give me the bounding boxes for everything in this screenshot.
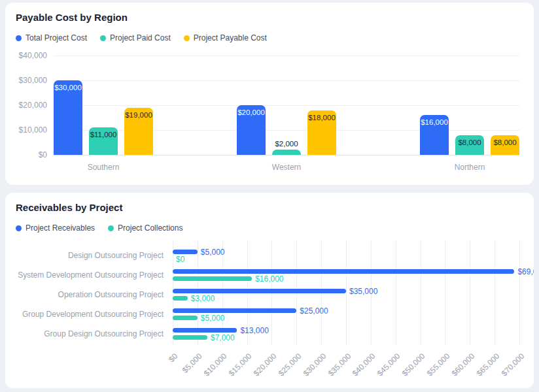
legend-dot-icon	[100, 35, 106, 41]
x-axis-label: $40,000	[351, 351, 377, 378]
chart-title-payable-cost: Payable Cost by Region	[16, 12, 523, 23]
gridline	[495, 240, 495, 345]
category-label-group-design-outsourcing-project: Group Design Outsourcing Project	[16, 324, 164, 344]
payable-cost-card: Payable Cost by Region Total Project Cos…	[5, 3, 534, 185]
bar-value-label: $16,000	[421, 118, 448, 126]
bar-project-collections-group-development-outsourcing-project[interactable]	[173, 316, 198, 320]
bar-project-receivables-system-development-outsourcing-project[interactable]	[173, 269, 514, 274]
bar-slot: $2,000	[272, 150, 301, 155]
bar-value-label: $8,000	[493, 139, 516, 146]
plot-area: $30,000$11,000$19,000Southern$20,000$2,0…	[54, 56, 519, 174]
category-label-design-outsourcing-project: Design Outsourcing Project	[16, 246, 164, 265]
legend-label: Project Receivables	[26, 223, 95, 233]
y-axis-label: $10,000	[16, 125, 47, 135]
bar-group-western: $20,000$2,000$18,000Western	[237, 56, 336, 174]
bar-slot: $18,000	[307, 110, 336, 155]
legend-item-project-payable-cost[interactable]: Project Payable Cost	[184, 33, 267, 42]
legend-dot-icon	[108, 225, 114, 231]
bar-value-label: $35,000	[349, 287, 377, 296]
chart-title-receivables: Receivables by Project	[16, 202, 523, 213]
legend-dot-icon	[16, 225, 22, 231]
bar-value-label: $2,000	[275, 140, 298, 148]
bar-value-label: $0	[176, 255, 184, 264]
x-axis-label: $30,000	[301, 351, 328, 378]
bar-value-label: $20,000	[237, 108, 265, 116]
bar-row: $30,000$11,000$19,000	[54, 56, 153, 155]
bar-slot: $19,000	[124, 108, 153, 155]
gridline	[396, 240, 396, 345]
bar-value-label: $25,000	[300, 306, 328, 316]
x-axis-label: $10,000	[202, 351, 229, 378]
x-axis-label: $15,000	[227, 351, 254, 378]
x-axis-label: $65,000	[474, 351, 501, 378]
x-axis-label: $0	[167, 351, 179, 364]
bar-value-label: $5,000	[201, 314, 225, 323]
category-label-operation-outsourcing-project: Operation Outsourcing Project	[16, 285, 164, 304]
legend-item-project-collections[interactable]: Project Collections	[108, 223, 183, 233]
category-label-northern: Northern	[420, 163, 519, 172]
x-axis-label: $60,000	[450, 351, 477, 378]
legend-label: Project Payable Cost	[194, 33, 267, 42]
category-label-system-development-outsourcing-project: System Development Outsourcing Project	[16, 265, 164, 285]
gridline	[346, 240, 347, 345]
bar-value-label: $13,000	[240, 326, 268, 335]
bar-project-collections-system-development-outsourcing-project[interactable]	[173, 276, 252, 281]
legend-receivables: Project ReceivablesProject Collections	[16, 223, 523, 233]
bar-value-label: $19,000	[125, 111, 152, 119]
bar-project-receivables-group-design-outsourcing-project[interactable]	[173, 328, 237, 333]
y-axis-label: $40,000	[16, 51, 47, 60]
bar-value-label: $69,000	[517, 267, 534, 276]
category-label-western: Western	[237, 163, 336, 172]
gridline	[421, 240, 421, 345]
bar-group-southern: $30,000$11,000$19,000Southern	[54, 56, 153, 174]
payable-cost-bar-chart: $0$10,000$20,000$30,000$40,000$30,000$11…	[16, 46, 523, 176]
bar-total-project-cost-southern[interactable]	[54, 80, 82, 155]
bar-value-label: $11,000	[90, 131, 117, 139]
bar-group-northern: $16,000$8,000$8,000Northern	[420, 56, 519, 174]
bar-slot: $8,000	[455, 135, 484, 155]
y-axis-label: $30,000	[16, 76, 47, 85]
receivables-card: Receivables by Project Project Receivabl…	[5, 193, 534, 388]
bar-slot: $8,000	[491, 135, 519, 155]
bar-project-collections-operation-outsourcing-project[interactable]	[173, 296, 188, 301]
bar-slot: $11,000	[89, 127, 118, 155]
gridline	[470, 240, 470, 345]
x-axis-label: $25,000	[277, 351, 304, 378]
bar-slot: $20,000	[237, 105, 266, 155]
bar-project-collections-group-design-outsourcing-project[interactable]	[173, 335, 207, 340]
bar-value-label: $5,000	[201, 248, 225, 257]
legend-item-project-receivables[interactable]: Project Receivables	[16, 223, 95, 233]
x-axis-label: $20,000	[252, 351, 279, 378]
y-axis-label: $0	[16, 150, 47, 159]
bar-slot: $30,000	[54, 80, 82, 155]
legend-dot-icon	[16, 35, 22, 41]
legend-label: Project Collections	[118, 223, 183, 233]
legend-payable-cost: Total Project CostProject Paid CostProje…	[16, 33, 523, 42]
bar-value-label: $8,000	[458, 139, 481, 146]
gridline	[445, 240, 445, 345]
category-label-southern: Southern	[54, 163, 153, 172]
bar-row: $16,000$8,000$8,000	[420, 56, 519, 155]
legend-item-total-project-cost[interactable]: Total Project Cost	[16, 33, 87, 42]
category-label-group-development-outsourcing-project: Group Development Outsourcing Project	[16, 304, 164, 324]
bar-value-label: $16,000	[255, 274, 283, 284]
bar-project-receivables-design-outsourcing-project[interactable]	[173, 250, 198, 254]
y-axis-label: $20,000	[16, 101, 47, 110]
x-axis-label: $50,000	[400, 351, 427, 378]
bar-value-label: $7,000	[211, 333, 235, 342]
bar-slot: $16,000	[420, 115, 449, 155]
bar-project-paid-cost-western[interactable]	[272, 150, 301, 155]
bar-value-label: $18,000	[308, 114, 336, 122]
x-axis-label: $55,000	[425, 351, 452, 378]
legend-label: Total Project Cost	[26, 33, 87, 42]
x-axis-label: $70,000	[499, 351, 526, 378]
x-axis-label: $5,000	[181, 351, 204, 375]
legend-label: Project Paid Cost	[110, 33, 171, 42]
bar-row: $20,000$2,000$18,000	[237, 56, 336, 155]
dashboard: { "chart_data": [ { "type": "bar", "orie…	[0, 0, 539, 392]
bar-project-receivables-group-development-outsourcing-project[interactable]	[173, 308, 296, 313]
receivables-bar-chart: $0$5,000$10,000$15,000$20,000$25,000$30,…	[16, 235, 523, 379]
bar-project-receivables-operation-outsourcing-project[interactable]	[173, 289, 346, 293]
legend-item-project-paid-cost[interactable]: Project Paid Cost	[100, 33, 171, 42]
legend-dot-icon	[184, 35, 190, 41]
